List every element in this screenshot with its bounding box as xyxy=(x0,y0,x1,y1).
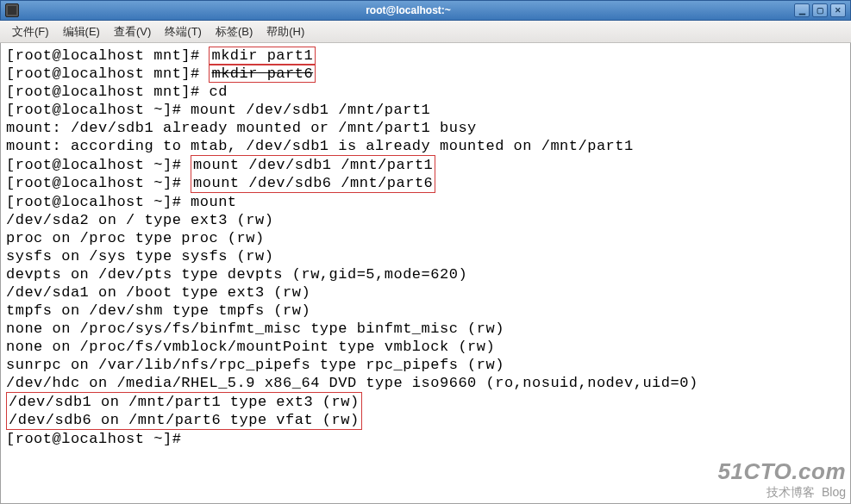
output-line: sysfs on /sys type sysfs (rw) xyxy=(6,247,845,265)
output-line: tmpfs on /dev/shm type tmpfs (rw) xyxy=(6,302,845,320)
output-line: /dev/sda2 on / type ext3 (rw) xyxy=(6,211,845,229)
menu-terminal[interactable]: 终端(T) xyxy=(158,22,209,41)
window-controls: ▁ ▢ ✕ xyxy=(794,3,846,17)
output-line: /dev/sda1 on /boot type ext3 (rw) xyxy=(6,283,845,302)
cmd-mkdir-part1: mkdir part1 xyxy=(209,47,316,65)
menu-bar: 文件(F) 编辑(E) 查看(V) 终端(T) 标签(B) 帮助(H) xyxy=(0,21,851,43)
minimize-button[interactable]: ▁ xyxy=(794,3,810,17)
output-line: none on /proc/sys/fs/binfmt_misc type bi… xyxy=(6,320,845,338)
prompt: [root@localhost ~]# xyxy=(6,102,191,118)
output-line: mount: according to mtab, /dev/sdb1 is a… xyxy=(6,137,845,155)
menu-help[interactable]: 帮助(H) xyxy=(260,22,311,41)
cmd-cd: cd xyxy=(209,84,227,100)
cmd-mount-sdb6-boxed: mount /dev/sdb6 /mnt/part6 xyxy=(191,174,435,193)
prompt: [root@localhost ~]# xyxy=(6,431,191,447)
prompt: [root@localhost mnt]# xyxy=(6,65,209,82)
window-titlebar: root@localhost:~ ▁ ▢ ✕ xyxy=(0,0,851,21)
terminal-app-icon xyxy=(5,3,19,17)
menu-file[interactable]: 文件(F) xyxy=(5,22,56,41)
cmd-mkdir-part6-struck: mkdir part6 xyxy=(209,65,316,83)
maximize-button[interactable]: ▢ xyxy=(812,3,828,17)
prompt: [root@localhost ~]# xyxy=(6,175,191,191)
output-line: none on /proc/fs/vmblock/mountPoint type… xyxy=(6,338,845,356)
menu-edit[interactable]: 编辑(E) xyxy=(56,22,107,41)
menu-view[interactable]: 查看(V) xyxy=(107,22,158,41)
menu-tabs[interactable]: 标签(B) xyxy=(209,22,260,41)
output-line: proc on /proc type proc (rw) xyxy=(6,229,845,247)
prompt: [root@localhost mnt]# xyxy=(6,84,209,100)
terminal-output[interactable]: [root@localhost mnt]# mkdir part1 [root@… xyxy=(0,43,851,504)
output-line: mount: /dev/sdb1 already mounted or /mnt… xyxy=(6,119,845,137)
prompt: [root@localhost ~]# xyxy=(6,157,191,173)
cmd-mount-sdb1: mount /dev/sdb1 /mnt/part1 xyxy=(191,102,430,118)
output-sdb6-boxed: /dev/sdb6 on /mnt/part6 type vfat (rw) xyxy=(6,411,362,430)
cmd-mount-sdb1-boxed: mount /dev/sdb1 /mnt/part1 xyxy=(191,155,435,174)
prompt: [root@localhost ~]# xyxy=(6,194,191,210)
close-button[interactable]: ✕ xyxy=(830,3,846,17)
cmd-mount: mount xyxy=(191,194,237,210)
output-sdb1-boxed: /dev/sdb1 on /mnt/part1 type ext3 (rw) xyxy=(6,392,362,411)
output-line: devpts on /dev/pts type devpts (rw,gid=5… xyxy=(6,265,845,283)
window-title: root@localhost:~ xyxy=(22,4,794,16)
output-line: sunrpc on /var/lib/nfs/rpc_pipefs type r… xyxy=(6,356,845,374)
output-line: /dev/hdc on /media/RHEL_5.9 x86_64 DVD t… xyxy=(6,374,845,392)
prompt: [root@localhost mnt]# xyxy=(6,47,209,64)
